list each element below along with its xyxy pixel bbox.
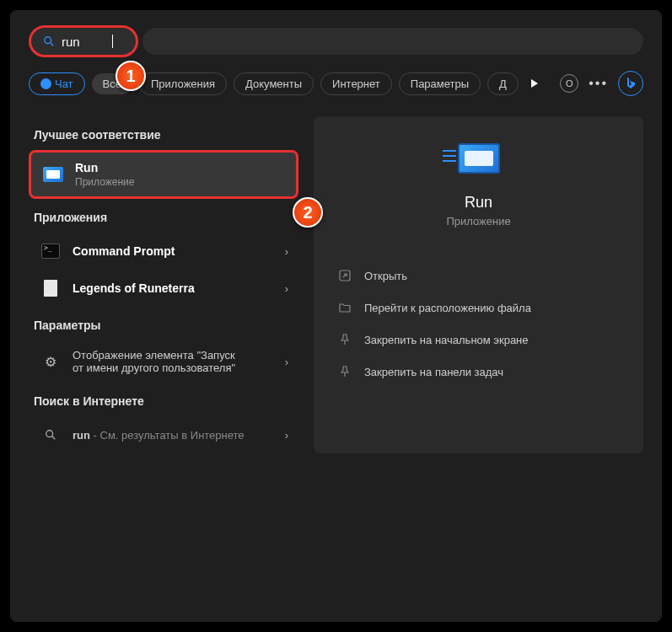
annotation-badge-1: 1	[116, 61, 146, 91]
search-input[interactable]: run	[62, 35, 112, 49]
result-setting-runas[interactable]: ⚙ Отображение элемента "Запускот имени д…	[29, 340, 298, 383]
result-web-search[interactable]: run - См. результаты в Интернете ›	[29, 416, 298, 453]
results-column: Лучшее соответствие Run Приложение Прило…	[29, 116, 298, 453]
detail-subtitle: Приложение	[334, 215, 623, 228]
run-app-icon	[41, 164, 65, 185]
open-icon	[337, 268, 352, 283]
action-label: Открыть	[364, 270, 407, 282]
action-open[interactable]: Открыть	[334, 261, 623, 290]
svg-line-1	[51, 43, 54, 46]
bing-chat-icon	[40, 78, 51, 89]
document-icon	[39, 278, 62, 298]
detail-title: Run	[334, 194, 623, 212]
sliders-icon: ⚙	[39, 351, 62, 372]
chevron-right-icon: ›	[285, 429, 288, 442]
search-bar-container: run	[29, 25, 643, 57]
pin-icon	[337, 364, 352, 379]
section-best-match: Лучшее соответствие	[34, 128, 298, 142]
action-pin-start[interactable]: Закрепить на начальном экране	[334, 325, 623, 354]
account-icon[interactable]: O	[560, 74, 578, 93]
tab-chat[interactable]: Чат	[29, 72, 85, 95]
action-label: Закрепить на панели задач	[364, 366, 503, 378]
more-options-icon[interactable]: •••	[585, 76, 611, 91]
detail-panel: Run Приложение Открыть Перейти к располо…	[314, 116, 643, 453]
tab-more-truncated[interactable]: Д	[487, 72, 519, 95]
svg-point-2	[46, 431, 53, 437]
result-title: run - См. результаты в Интернете	[73, 429, 285, 442]
action-label: Закрепить на начальном экране	[364, 334, 529, 346]
bing-icon[interactable]	[618, 71, 643, 96]
result-command-prompt[interactable]: Command Prompt ›	[29, 233, 298, 270]
result-run-app[interactable]: Run Приложение	[29, 150, 298, 199]
chevron-right-icon: ›	[285, 245, 288, 258]
result-title: Отображение элемента "Запускот имени дру…	[73, 349, 285, 374]
detail-app-icon	[334, 143, 623, 177]
search-icon	[43, 35, 55, 47]
result-title: Command Prompt	[73, 244, 285, 258]
cmd-icon	[39, 241, 62, 261]
search-icon	[39, 425, 62, 445]
result-subtitle: Приложение	[75, 176, 286, 188]
search-window: run 1 2 Чат Все Приложения Документы Инт…	[10, 10, 662, 622]
tab-chat-label: Чат	[55, 78, 73, 90]
tab-apps[interactable]: Приложения	[139, 72, 227, 95]
chevron-right-icon: ›	[285, 282, 288, 295]
pin-icon	[337, 332, 352, 347]
svg-line-3	[52, 437, 56, 440]
action-file-location[interactable]: Перейти к расположению файла	[334, 293, 623, 322]
text-cursor	[112, 35, 113, 48]
section-settings: Параметры	[34, 319, 298, 332]
result-title: Run	[75, 161, 286, 174]
tab-internet[interactable]: Интернет	[320, 72, 392, 95]
action-label: Перейти к расположению файла	[364, 302, 531, 314]
chevron-right-icon: ›	[285, 356, 288, 368]
folder-icon	[337, 300, 352, 315]
result-legends-runeterra[interactable]: Legends of Runeterra ›	[29, 270, 298, 307]
search-bar-bg	[142, 28, 643, 55]
detail-actions: Открыть Перейти к расположению файла Зак…	[334, 261, 623, 386]
play-icon[interactable]	[525, 74, 544, 93]
section-web-search: Поиск в Интернете	[34, 394, 298, 408]
action-pin-taskbar[interactable]: Закрепить на панели задач	[334, 357, 623, 386]
tab-documents[interactable]: Документы	[234, 72, 314, 95]
annotation-badge-2: 2	[293, 197, 323, 228]
svg-point-0	[45, 37, 51, 44]
tab-settings[interactable]: Параметры	[399, 72, 481, 95]
result-title: Legends of Runeterra	[73, 281, 285, 295]
section-apps: Приложения	[34, 211, 298, 224]
search-box[interactable]: run	[29, 25, 138, 57]
